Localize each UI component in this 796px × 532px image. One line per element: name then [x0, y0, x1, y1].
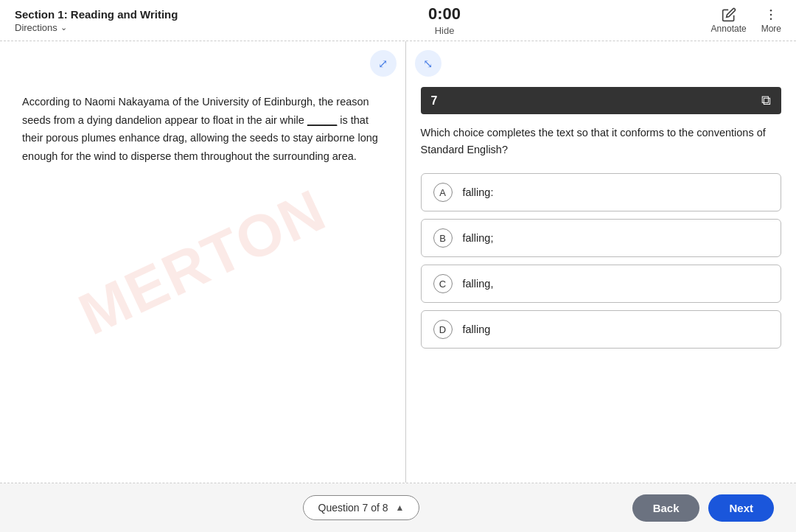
footer-right: Back Next [626, 494, 774, 522]
main-content: ⤢ According to Naomi Nakayama of the Uni… [0, 41, 796, 483]
header-left: Section 1: Reading and Writing Direction… [15, 8, 178, 33]
expand-left-icon: ⤢ [378, 57, 388, 71]
next-button[interactable]: Next [708, 494, 774, 522]
choice-c-letter: C [433, 274, 453, 293]
header: Section 1: Reading and Writing Direction… [0, 0, 796, 41]
question-header: 7 ⧉ [421, 87, 782, 114]
svg-point-2 [770, 18, 772, 20]
choice-b-text: falling; [463, 232, 494, 244]
question-number: 7 [431, 94, 438, 108]
choice-c[interactable]: C falling, [421, 265, 782, 303]
right-panel: ⤡ 7 ⧉ Which choice completes the text so… [406, 41, 797, 483]
annotate-button[interactable]: Annotate [711, 7, 747, 34]
chevron-down-icon: ⌄ [60, 23, 67, 32]
passage-text: According to Naomi Nakayama of the Unive… [22, 93, 383, 166]
bookmark-button[interactable]: ⧉ [761, 93, 771, 108]
bookmark-icon: ⧉ [761, 93, 771, 108]
choice-a[interactable]: A falling: [421, 173, 782, 211]
expand-right-button[interactable]: ⤡ [415, 50, 441, 77]
annotate-icon [722, 7, 736, 22]
nav-arrow-icon: ▲ [396, 503, 405, 513]
svg-point-1 [770, 13, 772, 15]
footer: Question 7 of 8 ▲ Back Next [0, 483, 796, 532]
svg-point-0 [770, 9, 772, 10]
footer-center: Question 7 of 8 ▲ [303, 495, 420, 520]
question-nav-label: Question 7 of 8 [318, 502, 388, 514]
choices-list: A falling: B falling; C falling, D falli… [421, 173, 782, 349]
choice-b-letter: B [433, 228, 453, 248]
hide-timer-button[interactable]: Hide [435, 25, 455, 36]
expand-right-icon: ⤡ [423, 57, 433, 71]
header-center: 0:00 Hide [428, 4, 461, 36]
more-icon [764, 7, 778, 22]
directions-button[interactable]: Directions ⌄ [15, 22, 178, 33]
section-title: Section 1: Reading and Writing [15, 8, 178, 21]
choice-c-text: falling, [463, 278, 494, 290]
choice-d-text: falling [463, 323, 491, 335]
choice-b[interactable]: B falling; [421, 219, 782, 257]
watermark: MERTON [69, 175, 336, 348]
expand-left-button[interactable]: ⤢ [370, 50, 397, 77]
back-button[interactable]: Back [632, 494, 700, 522]
blank: _____ [307, 114, 337, 126]
question-nav-button[interactable]: Question 7 of 8 ▲ [303, 495, 420, 520]
choice-d-letter: D [433, 320, 453, 339]
choice-a-text: falling: [463, 186, 494, 198]
choice-a-letter: A [433, 183, 453, 202]
timer-display: 0:00 [428, 4, 461, 24]
question-text: Which choice completes the text so that … [421, 125, 782, 158]
choice-d[interactable]: D falling [421, 310, 782, 349]
more-button[interactable]: More [761, 7, 781, 34]
header-right: Annotate More [711, 7, 781, 34]
left-panel: ⤢ According to Naomi Nakayama of the Uni… [0, 41, 406, 483]
